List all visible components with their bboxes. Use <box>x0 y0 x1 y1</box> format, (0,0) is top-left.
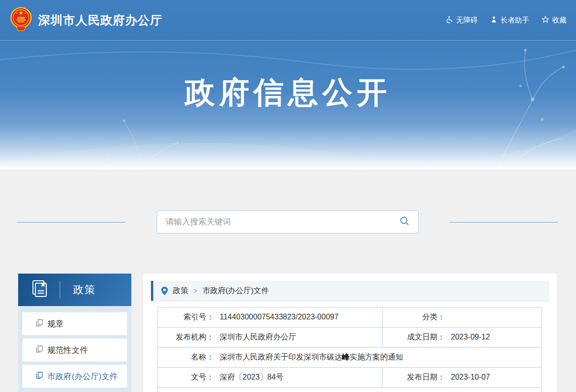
breadcrumb-accent-bar <box>151 281 153 301</box>
wheelchair-icon <box>446 16 453 25</box>
favorite-link[interactable]: 收藏 <box>542 16 566 25</box>
table-row: 索引号：114403000075433823/2023-00097 分类： <box>158 307 542 328</box>
national-emblem-logo <box>10 7 32 33</box>
content-cell <box>158 388 542 392</box>
issuing-agency-value: 深圳市人民政府办公厅 <box>220 333 296 341</box>
top-header: 深圳市人民政府办公厅 无障碍 <box>0 0 576 41</box>
location-pin-icon <box>161 286 168 296</box>
search-input[interactable] <box>157 211 391 233</box>
sidebar-menu: 规章 规范性文件 <box>18 306 131 388</box>
content-area: 政策 规章 <box>0 170 576 392</box>
accessibility-link[interactable]: 无障碍 <box>446 16 478 25</box>
issuing-agency-label: 发布机构： <box>158 332 214 342</box>
sidebar: 政策 规章 <box>18 274 131 392</box>
category-cell: 分类： <box>383 307 542 328</box>
elder-assist-label: 长者助手 <box>501 16 529 25</box>
decorative-line-left <box>17 222 126 222</box>
breadcrumb-separator: > <box>193 287 197 295</box>
document-number-value: 深府〔2023〕84号 <box>220 373 283 381</box>
written-date-value: 2023-09-12 <box>451 333 490 341</box>
sidebar-item-label: 规范性文件 <box>47 345 88 356</box>
breadcrumb-item-policy[interactable]: 政策 <box>173 286 188 296</box>
search-box <box>157 210 419 233</box>
star-icon <box>542 16 549 25</box>
index-number-value: 114403000075433823/2023-00097 <box>220 313 339 321</box>
sidebar-header: 政策 <box>18 274 131 306</box>
document-meta-table: 索引号：114403000075433823/2023-00097 分类： 发布… <box>158 307 542 392</box>
table-row: 文号：深府〔2023〕84号 发布日期：2023-10-07 <box>158 368 542 388</box>
sidebar-divider <box>60 281 60 298</box>
banner: 政府信息公开 <box>0 41 576 170</box>
document-name-label: 名称： <box>158 352 214 362</box>
main-panel: 政策 > 市政府(办公厅)文件 索引号：114403000075433823/2… <box>143 274 557 392</box>
breadcrumb-item-current: 市政府(办公厅)文件 <box>203 286 269 296</box>
page-title: 政府信息公开 <box>0 72 576 113</box>
document-number-cell: 文号：深府〔2023〕84号 <box>158 368 383 388</box>
index-number-label: 索引号： <box>158 312 214 322</box>
elder-assist-link[interactable]: 长者助手 <box>490 16 529 25</box>
accessibility-label: 无障碍 <box>456 16 478 25</box>
keyword-highlight: 峰 <box>342 353 350 361</box>
site-brand[interactable]: 深圳市人民政府办公厅 <box>10 7 162 33</box>
policy-book-icon <box>31 279 50 300</box>
table-row: 发布机构：深圳市人民政府办公厅 成文日期：2023-09-12 <box>158 328 542 348</box>
publish-date-value: 2023-10-07 <box>451 373 490 381</box>
document-icon <box>36 345 43 355</box>
document-number-label: 文号： <box>158 372 214 382</box>
document-icon <box>36 319 43 329</box>
sidebar-title: 政策 <box>73 283 96 297</box>
publish-date-cell: 发布日期：2023-10-07 <box>383 368 542 388</box>
sidebar-item-normative-documents[interactable]: 规范性文件 <box>22 339 127 361</box>
favorite-label: 收藏 <box>552 16 566 25</box>
site-title: 深圳市人民政府办公厅 <box>38 12 162 28</box>
page: 深圳市人民政府办公厅 无障碍 <box>0 0 576 392</box>
index-number-cell: 索引号：114403000075433823/2023-00097 <box>158 307 383 328</box>
breadcrumb: 政策 > 市政府(办公厅)文件 <box>151 281 549 301</box>
issuing-agency-cell: 发布机构：深圳市人民政府办公厅 <box>158 328 383 348</box>
document-name-value: 深圳市人民政府关于印发深圳市碳达峰实施方案的通知 <box>220 353 403 361</box>
document-name-cell: 名称：深圳市人民政府关于印发深圳市碳达峰实施方案的通知 <box>158 348 542 368</box>
written-date-cell: 成文日期：2023-09-12 <box>383 328 542 348</box>
table-row: 名称：深圳市人民政府关于印发深圳市碳达峰实施方案的通知 <box>158 348 542 368</box>
publish-date-label: 发布日期： <box>383 372 445 382</box>
person-icon <box>490 16 498 25</box>
search-icon <box>399 216 410 228</box>
top-links: 无障碍 长者助手 收藏 <box>446 16 566 25</box>
decorative-line-right <box>449 222 558 222</box>
document-icon <box>36 371 43 381</box>
written-date-label: 成文日期： <box>383 332 445 342</box>
table-row <box>158 388 542 392</box>
sidebar-item-label: 市政府(办公厅)文件 <box>47 371 117 382</box>
sidebar-item-regulations[interactable]: 规章 <box>22 312 127 335</box>
sidebar-item-label: 规章 <box>47 318 64 329</box>
search-button[interactable] <box>391 211 418 233</box>
category-label: 分类： <box>383 312 445 322</box>
sidebar-item-municipal-government-documents[interactable]: 市政府(办公厅)文件 <box>22 365 127 388</box>
